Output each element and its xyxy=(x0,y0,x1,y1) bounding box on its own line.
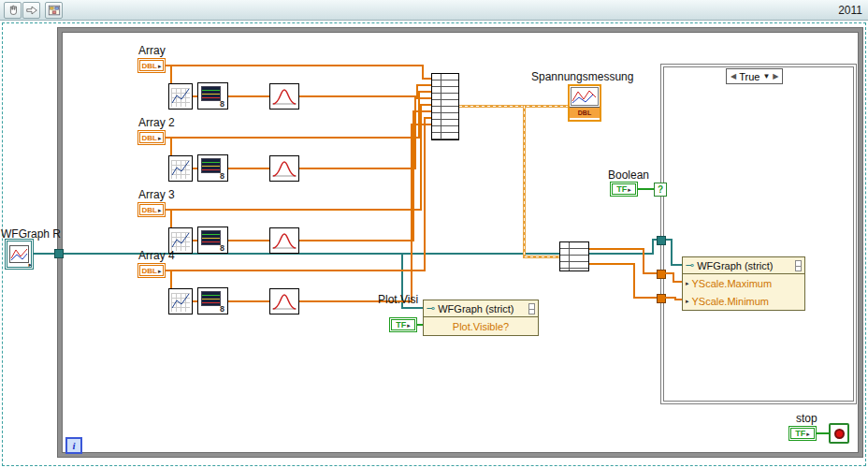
array-max-min-node[interactable] xyxy=(559,241,589,271)
write-arrow-icon: ▸ xyxy=(686,298,689,304)
case-dropdown-icon[interactable]: ▼ xyxy=(762,72,770,80)
property-node-header: ⊸ WFGraph (strict) xyxy=(683,257,804,274)
arrow-icon xyxy=(25,4,38,17)
property-row-yscale-minimum[interactable]: ▸ YScale.Minimum xyxy=(683,292,804,310)
build-waveform-icon[interactable] xyxy=(168,83,193,110)
node-handle-icon xyxy=(795,260,802,271)
terminal-type: DBL xyxy=(142,267,157,275)
array-4-terminal[interactable]: DBL ▸ xyxy=(137,263,166,278)
array-3-label: Array 3 xyxy=(138,188,175,201)
iteration-terminal[interactable]: i xyxy=(65,437,82,454)
terminal-type: DBL xyxy=(142,62,157,70)
pan-hand-tool-button[interactable] xyxy=(4,2,22,19)
waveform-chart-indicator[interactable]: DBL xyxy=(568,84,601,122)
reference-icon: ⊸ xyxy=(427,303,435,314)
plot-visible-label: Plot.Visi xyxy=(378,293,418,306)
scope-count-label: 8 xyxy=(220,304,224,314)
write-arrow-icon: ▸ xyxy=(686,280,689,286)
filter-curve-icon[interactable] xyxy=(269,288,299,314)
filter-curve-icon[interactable] xyxy=(269,227,299,254)
case-prev-icon[interactable]: ◀ xyxy=(731,72,736,80)
node-handle-icon xyxy=(528,303,535,314)
property-node-class: WFGraph (strict) xyxy=(697,260,773,271)
terminal-type: DBL xyxy=(142,134,157,142)
diagram-window-button[interactable] xyxy=(45,2,63,19)
stop-terminal[interactable]: TF ▸ xyxy=(788,426,817,441)
terminal-arrow-icon: ▸ xyxy=(158,268,162,274)
boolean-label: Boolean xyxy=(608,168,649,182)
terminal-type: TF xyxy=(396,320,406,329)
filter-curve-icon[interactable] xyxy=(269,83,299,110)
scope-screen xyxy=(201,86,221,101)
property-name: Plot.Visible? xyxy=(453,321,509,332)
select-arrow-tool-button[interactable] xyxy=(22,2,40,19)
case-selector[interactable]: ◀ True ▼ ▶ xyxy=(726,68,783,84)
chart-type-label: DBL xyxy=(570,108,600,118)
property-node-class: WFGraph (strict) xyxy=(438,303,514,314)
reference-icon: ⊸ xyxy=(686,260,694,271)
scope-screen xyxy=(201,158,221,173)
terminal-arrow-icon: ▸ xyxy=(28,261,32,268)
stop-circle-icon xyxy=(834,429,845,439)
case-structure[interactable] xyxy=(660,64,857,404)
year-label: 2011 xyxy=(838,4,862,17)
build-waveform-icon[interactable] xyxy=(168,155,193,182)
array-1-terminal[interactable]: DBL ▸ xyxy=(137,58,166,73)
case-selector-terminal[interactable]: ? xyxy=(654,183,667,197)
array-4-label: Array 4 xyxy=(138,249,175,262)
wfgraph-property-node[interactable]: ⊸ WFGraph (strict) ▸ YScale.Maximum ▸ YS… xyxy=(682,256,805,311)
array-2-terminal[interactable]: DBL ▸ xyxy=(137,130,166,145)
stop-label: stop xyxy=(796,412,817,425)
terminal-type: DBL xyxy=(142,206,157,214)
array-3-terminal[interactable]: DBL ▸ xyxy=(137,202,166,217)
scope-display-icon[interactable]: 8 xyxy=(197,154,228,182)
scope-screen xyxy=(201,230,221,245)
labview-block-diagram-window: 2011 xyxy=(0,0,868,468)
terminal-arrow-icon: ▸ xyxy=(806,431,810,437)
terminal-arrow-icon: ▸ xyxy=(628,186,631,193)
diagram-icon xyxy=(48,4,61,17)
terminal-arrow-icon: ▸ xyxy=(158,207,162,213)
chart-plot-icon xyxy=(570,86,600,108)
terminal-type: TF xyxy=(616,184,627,194)
property-node-header: ⊸ WFGraph (strict) xyxy=(424,300,538,317)
scope-screen xyxy=(201,291,221,306)
filter-curve-icon[interactable] xyxy=(269,155,299,182)
property-row-plot-visible[interactable]: Plot.Visible? xyxy=(424,317,538,335)
array-1-label: Array xyxy=(138,44,166,57)
scope-count-label: 8 xyxy=(220,243,224,253)
scope-display-icon[interactable]: 8 xyxy=(197,227,228,254)
loop-condition-terminal[interactable] xyxy=(829,423,849,444)
terminal-type: TF xyxy=(795,429,805,438)
build-waveform-icon[interactable] xyxy=(168,288,193,314)
build-array-node[interactable] xyxy=(431,73,459,140)
scope-display-icon[interactable]: 8 xyxy=(197,82,228,110)
plot-visible-property-node[interactable]: ⊸ WFGraph (strict) Plot.Visible? xyxy=(423,300,539,336)
array-2-label: Array 2 xyxy=(138,116,175,129)
terminal-arrow-icon: ▸ xyxy=(158,63,162,69)
plot-visible-terminal[interactable]: TF ▸ xyxy=(389,317,417,332)
property-name: YScale.Minimum xyxy=(692,296,770,307)
property-row-yscale-maximum[interactable]: ▸ YScale.Maximum xyxy=(683,274,804,292)
property-name: YScale.Maximum xyxy=(692,278,773,289)
indicator-label: Spannungsmessung xyxy=(531,70,633,83)
terminal-arrow-icon: ▸ xyxy=(158,135,162,141)
scope-count-label: 8 xyxy=(220,171,224,181)
case-name: True xyxy=(739,71,760,82)
toolbar: 2011 xyxy=(0,0,868,21)
scope-count-label: 8 xyxy=(220,99,224,109)
scope-display-icon[interactable]: 8 xyxy=(197,287,228,314)
hand-icon xyxy=(7,4,20,17)
boolean-terminal[interactable]: TF ▸ xyxy=(610,182,638,197)
mini-graph-icon xyxy=(9,245,29,263)
wfgraph-reference-terminal[interactable]: ▸ xyxy=(5,239,34,270)
terminal-arrow-icon: ▸ xyxy=(407,322,411,329)
case-next-icon[interactable]: ▶ xyxy=(773,72,778,80)
